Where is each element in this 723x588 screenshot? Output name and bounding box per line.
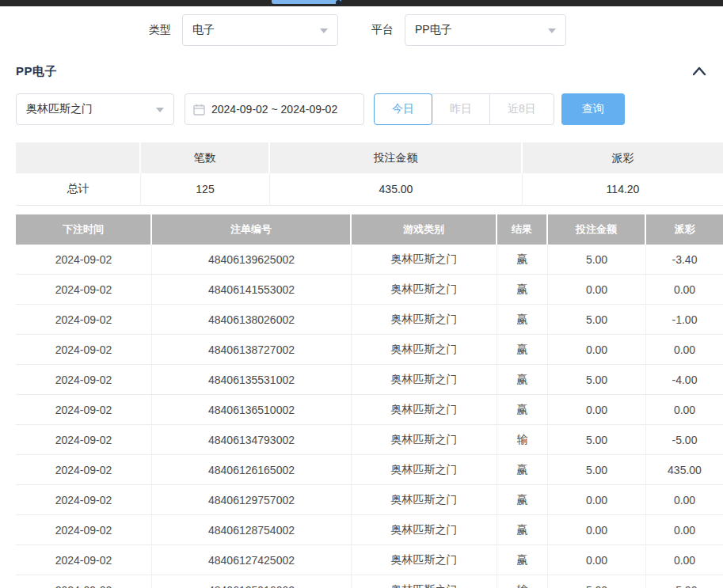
cell-game-type: 奥林匹斯之门 (352, 485, 497, 515)
yesterday-button[interactable]: 昨日 (432, 93, 490, 125)
cell-bet-amount: 5.00 (548, 575, 646, 588)
cell-payout: 435.00 (646, 455, 723, 485)
cell-bet-id: 48406126165002 (152, 455, 352, 485)
cell-payout: -5.00 (646, 425, 723, 455)
cell-payout: 0.00 (646, 515, 723, 545)
cell-bet-amount: 0.00 (548, 335, 646, 365)
cell-result: 赢 (497, 275, 548, 305)
cell-bet-amount: 0.00 (548, 515, 646, 545)
cell-game-type: 奥林匹斯之门 (352, 305, 497, 335)
cell-payout: -4.00 (646, 365, 723, 395)
cell-bet-time: 2024-09-02 (16, 245, 152, 275)
chevron-down-icon (548, 28, 556, 33)
cell-result: 赢 (497, 515, 548, 545)
header-bet-amount: 投注金额 (548, 214, 646, 245)
table-row: 2024-09-02 48406136510002 奥林匹斯之门 赢 0.00 … (16, 395, 723, 425)
cell-bet-amount: 5.00 (548, 245, 646, 275)
table-row: 2024-09-02 48406127425002 奥林匹斯之门 赢 0.00 … (16, 545, 723, 575)
type-select-value: 电子 (192, 23, 215, 37)
game-select[interactable]: 奥林匹斯之门 (16, 93, 174, 125)
table-row: 2024-09-02 48406125916002 奥林匹斯之门 输 5.00 … (16, 575, 723, 588)
cell-bet-time: 2024-09-02 (16, 485, 152, 515)
table-row: 2024-09-02 48406128754002 奥林匹斯之门 赢 0.00 … (16, 515, 723, 545)
table-row: 2024-09-02 48406135531002 奥林匹斯之门 赢 5.00 … (16, 365, 723, 395)
summary-total-label: 总计 (16, 173, 141, 206)
cell-game-type: 奥林匹斯之门 (352, 335, 497, 365)
summary-payout-value: 114.20 (523, 173, 723, 206)
cell-result: 赢 (497, 335, 548, 365)
cell-payout: 0.00 (646, 545, 723, 575)
cell-result: 输 (497, 425, 548, 455)
cell-payout: 0.00 (646, 275, 723, 305)
cell-payout: -1.00 (646, 305, 723, 335)
cell-bet-amount: 5.00 (548, 455, 646, 485)
type-select[interactable]: 电子 (182, 14, 338, 46)
cell-bet-id: 48406139625002 (152, 245, 352, 275)
cell-bet-id: 48406136510002 (152, 395, 352, 425)
type-label: 类型 (149, 23, 171, 37)
game-select-value: 奥林匹斯之门 (26, 102, 93, 116)
cell-result: 输 (497, 575, 548, 588)
cell-bet-time: 2024-09-02 (16, 425, 152, 455)
cell-game-type: 奥林匹斯之门 (352, 575, 497, 588)
cell-result: 赢 (497, 245, 548, 275)
date-range-value: 2024-09-02 ~ 2024-09-02 (211, 103, 337, 116)
cell-bet-amount: 5.00 (548, 365, 646, 395)
chevron-up-icon[interactable] (691, 66, 707, 77)
cell-payout: 0.00 (646, 335, 723, 365)
cell-result: 赢 (497, 545, 548, 575)
cell-bet-time: 2024-09-02 (16, 275, 152, 305)
cell-bet-id: 48406128754002 (152, 515, 352, 545)
cell-game-type: 奥林匹斯之门 (352, 425, 497, 455)
cell-bet-time: 2024-09-02 (16, 575, 152, 588)
cell-payout: -3.40 (646, 245, 723, 275)
header-result: 结果 (497, 214, 548, 245)
browser-tab-strip (0, 0, 723, 6)
cell-bet-id: 48406138026002 (152, 305, 352, 335)
cell-bet-amount: 0.00 (548, 275, 646, 305)
platform-select-value: PP电子 (415, 23, 452, 37)
cell-result: 赢 (497, 305, 548, 335)
cell-result: 赢 (497, 365, 548, 395)
today-button[interactable]: 今日 (374, 93, 432, 125)
cell-bet-time: 2024-09-02 (16, 305, 152, 335)
cell-result: 赢 (497, 395, 548, 425)
last8days-button[interactable]: 近8日 (489, 93, 554, 125)
cell-bet-id: 48406135531002 (152, 365, 352, 395)
table-row: 2024-09-02 48406138727002 奥林匹斯之门 赢 0.00 … (16, 335, 723, 365)
platform-label: 平台 (371, 23, 394, 37)
section-title: PP电子 (16, 64, 57, 79)
table-row: 2024-09-02 48406138026002 奥林匹斯之门 赢 5.00 … (16, 305, 723, 335)
summary-bet-amount-value: 435.00 (270, 173, 523, 206)
platform-select[interactable]: PP电子 (405, 14, 566, 46)
cell-game-type: 奥林匹斯之门 (352, 395, 497, 425)
table-row: 2024-09-02 48406141553002 奥林匹斯之门 赢 0.00 … (16, 275, 723, 305)
cell-bet-id: 48406127425002 (152, 545, 352, 575)
summary-header-payout: 派彩 (523, 142, 723, 173)
table-row: 2024-09-02 48406126165002 奥林匹斯之门 赢 5.00 … (16, 455, 723, 485)
summary-header-count: 笔数 (141, 142, 270, 173)
cell-bet-id: 48406134793002 (152, 425, 352, 455)
summary-total-row: 总计 125 435.00 114.20 (16, 173, 723, 206)
cell-bet-amount: 5.00 (548, 425, 646, 455)
summary-count-value: 125 (141, 173, 270, 206)
cell-game-type: 奥林匹斯之门 (352, 245, 497, 275)
tab-favicon-dot (336, 0, 341, 6)
cell-game-type: 奥林匹斯之门 (352, 455, 497, 485)
cell-result: 赢 (497, 455, 548, 485)
cell-payout: 0.00 (646, 395, 723, 425)
top-filter-row: 类型 电子 平台 PP电子 (0, 6, 723, 54)
cell-game-type: 奥林匹斯之门 (352, 365, 497, 395)
cell-result: 赢 (497, 485, 548, 515)
cell-bet-time: 2024-09-02 (16, 455, 152, 485)
records-header-row: 下注时间 注单编号 游戏类别 结果 投注金额 派彩 (16, 214, 723, 245)
summary-header-empty (16, 142, 141, 173)
query-button[interactable]: 查询 (561, 93, 625, 125)
cell-bet-time: 2024-09-02 (16, 335, 152, 365)
date-range-input[interactable]: 2024-09-02 ~ 2024-09-02 (185, 93, 364, 125)
chevron-down-icon (320, 28, 328, 33)
chevron-down-icon (156, 108, 164, 112)
cell-bet-time: 2024-09-02 (16, 395, 152, 425)
active-tab-indicator[interactable] (272, 0, 341, 4)
cell-game-type: 奥林匹斯之门 (352, 275, 497, 305)
